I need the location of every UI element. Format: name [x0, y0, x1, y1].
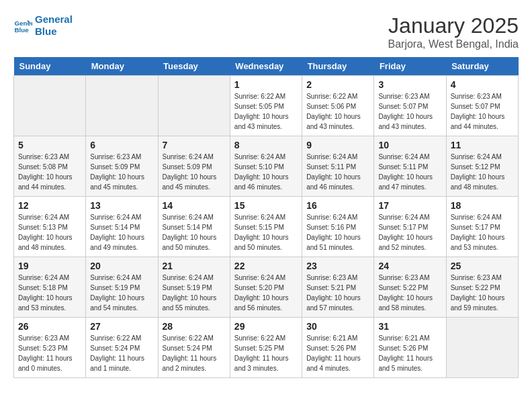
calendar-cell: 7Sunrise: 6:24 AM Sunset: 5:09 PM Daylig… — [158, 136, 230, 197]
calendar-cell: 9Sunrise: 6:24 AM Sunset: 5:11 PM Daylig… — [302, 136, 374, 197]
day-info: Sunrise: 6:23 AM Sunset: 5:07 PM Dayligh… — [378, 91, 441, 132]
logo-icon: General Blue — [13, 16, 32, 35]
day-number: 6 — [90, 140, 153, 150]
svg-text:Blue: Blue — [14, 26, 29, 34]
calendar-cell: 1Sunrise: 6:22 AM Sunset: 5:05 PM Daylig… — [230, 76, 302, 136]
day-number: 30 — [306, 321, 369, 332]
day-number: 20 — [90, 261, 153, 271]
calendar-header-row: SundayMondayTuesdayWednesdayThursdayFrid… — [14, 57, 519, 76]
day-info: Sunrise: 6:24 AM Sunset: 5:15 PM Dayligh… — [234, 212, 298, 253]
calendar-title: January 2025 — [388, 13, 519, 38]
day-number: 3 — [378, 79, 441, 90]
day-info: Sunrise: 6:24 AM Sunset: 5:12 PM Dayligh… — [451, 152, 514, 192]
day-info: Sunrise: 6:24 AM Sunset: 5:19 PM Dayligh… — [90, 273, 153, 313]
day-info: Sunrise: 6:24 AM Sunset: 5:17 PM Dayligh… — [378, 212, 441, 253]
day-number: 1 — [234, 79, 298, 90]
day-number: 16 — [306, 200, 369, 211]
calendar-cell: 19Sunrise: 6:24 AM Sunset: 5:18 PM Dayli… — [14, 257, 86, 318]
weekday-header-saturday: Saturday — [446, 57, 518, 76]
day-info: Sunrise: 6:22 AM Sunset: 5:05 PM Dayligh… — [234, 91, 298, 132]
day-info: Sunrise: 6:23 AM Sunset: 5:07 PM Dayligh… — [451, 91, 514, 132]
day-number: 17 — [378, 200, 441, 211]
day-number: 8 — [234, 140, 298, 150]
calendar-cell: 13Sunrise: 6:24 AM Sunset: 5:14 PM Dayli… — [86, 197, 158, 257]
calendar-cell: 5Sunrise: 6:23 AM Sunset: 5:08 PM Daylig… — [14, 136, 86, 197]
day-number: 27 — [90, 321, 153, 332]
day-info: Sunrise: 6:23 AM Sunset: 5:21 PM Dayligh… — [306, 273, 369, 313]
day-info: Sunrise: 6:23 AM Sunset: 5:22 PM Dayligh… — [378, 273, 441, 313]
title-area: January 2025 Barjora, West Bengal, India — [388, 13, 519, 50]
day-info: Sunrise: 6:24 AM Sunset: 5:09 PM Dayligh… — [163, 152, 226, 192]
day-number: 26 — [18, 321, 81, 332]
day-number: 28 — [163, 321, 226, 332]
logo-text-line2: Blue — [35, 26, 73, 38]
day-info: Sunrise: 6:22 AM Sunset: 5:06 PM Dayligh… — [306, 91, 369, 132]
day-info: Sunrise: 6:23 AM Sunset: 5:08 PM Dayligh… — [18, 152, 81, 192]
day-number: 25 — [451, 261, 514, 271]
calendar-cell: 2Sunrise: 6:22 AM Sunset: 5:06 PM Daylig… — [302, 76, 374, 136]
day-info: Sunrise: 6:21 AM Sunset: 5:26 PM Dayligh… — [378, 333, 441, 373]
day-info: Sunrise: 6:23 AM Sunset: 5:09 PM Dayligh… — [90, 152, 153, 192]
calendar-cell: 4Sunrise: 6:23 AM Sunset: 5:07 PM Daylig… — [446, 76, 518, 136]
calendar-cell: 26Sunrise: 6:23 AM Sunset: 5:23 PM Dayli… — [14, 318, 86, 378]
day-number: 15 — [234, 200, 298, 211]
day-info: Sunrise: 6:22 AM Sunset: 5:25 PM Dayligh… — [234, 333, 298, 373]
day-number: 7 — [163, 140, 226, 150]
day-info: Sunrise: 6:22 AM Sunset: 5:24 PM Dayligh… — [163, 333, 226, 373]
calendar-cell: 29Sunrise: 6:22 AM Sunset: 5:25 PM Dayli… — [230, 318, 302, 378]
calendar-week-row: 26Sunrise: 6:23 AM Sunset: 5:23 PM Dayli… — [14, 318, 519, 378]
day-info: Sunrise: 6:24 AM Sunset: 5:14 PM Dayligh… — [90, 212, 153, 253]
day-number: 13 — [90, 200, 153, 211]
weekday-header-thursday: Thursday — [302, 57, 374, 76]
calendar-week-row: 1Sunrise: 6:22 AM Sunset: 5:05 PM Daylig… — [14, 76, 519, 136]
day-info: Sunrise: 6:24 AM Sunset: 5:10 PM Dayligh… — [234, 152, 298, 192]
day-info: Sunrise: 6:24 AM Sunset: 5:13 PM Dayligh… — [18, 212, 81, 253]
logo: General Blue General Blue — [13, 13, 73, 38]
weekday-header-monday: Monday — [86, 57, 158, 76]
calendar-cell: 10Sunrise: 6:24 AM Sunset: 5:11 PM Dayli… — [374, 136, 446, 197]
calendar-cell: 23Sunrise: 6:23 AM Sunset: 5:21 PM Dayli… — [302, 257, 374, 318]
calendar-cell: 25Sunrise: 6:23 AM Sunset: 5:22 PM Dayli… — [446, 257, 518, 318]
weekday-header-tuesday: Tuesday — [158, 57, 230, 76]
calendar-cell: 20Sunrise: 6:24 AM Sunset: 5:19 PM Dayli… — [86, 257, 158, 318]
calendar-cell: 17Sunrise: 6:24 AM Sunset: 5:17 PM Dayli… — [374, 197, 446, 257]
day-info: Sunrise: 6:24 AM Sunset: 5:17 PM Dayligh… — [451, 212, 514, 253]
weekday-header-sunday: Sunday — [14, 57, 86, 76]
calendar-cell: 30Sunrise: 6:21 AM Sunset: 5:26 PM Dayli… — [302, 318, 374, 378]
calendar-subtitle: Barjora, West Bengal, India — [388, 38, 519, 50]
calendar-week-row: 19Sunrise: 6:24 AM Sunset: 5:18 PM Dayli… — [14, 257, 519, 318]
day-info: Sunrise: 6:23 AM Sunset: 5:23 PM Dayligh… — [18, 333, 81, 373]
day-number: 21 — [163, 261, 226, 271]
day-number: 22 — [234, 261, 298, 271]
calendar-cell: 11Sunrise: 6:24 AM Sunset: 5:12 PM Dayli… — [446, 136, 518, 197]
day-number: 11 — [451, 140, 514, 150]
calendar-cell: 3Sunrise: 6:23 AM Sunset: 5:07 PM Daylig… — [374, 76, 446, 136]
day-info: Sunrise: 6:24 AM Sunset: 5:11 PM Dayligh… — [306, 152, 369, 192]
calendar-cell: 18Sunrise: 6:24 AM Sunset: 5:17 PM Dayli… — [446, 197, 518, 257]
day-info: Sunrise: 6:22 AM Sunset: 5:24 PM Dayligh… — [90, 333, 153, 373]
day-info: Sunrise: 6:24 AM Sunset: 5:18 PM Dayligh… — [18, 273, 81, 313]
calendar-week-row: 12Sunrise: 6:24 AM Sunset: 5:13 PM Dayli… — [14, 197, 519, 257]
day-number: 31 — [378, 321, 441, 332]
day-number: 18 — [451, 200, 514, 211]
calendar-table: SundayMondayTuesdayWednesdayThursdayFrid… — [13, 57, 519, 378]
page-header: General Blue General Blue January 2025 B… — [13, 13, 519, 50]
calendar-cell: 12Sunrise: 6:24 AM Sunset: 5:13 PM Dayli… — [14, 197, 86, 257]
calendar-cell — [158, 76, 230, 136]
calendar-cell: 14Sunrise: 6:24 AM Sunset: 5:14 PM Dayli… — [158, 197, 230, 257]
calendar-cell — [86, 76, 158, 136]
day-number: 2 — [306, 79, 369, 90]
day-info: Sunrise: 6:24 AM Sunset: 5:11 PM Dayligh… — [378, 152, 441, 192]
weekday-header-wednesday: Wednesday — [230, 57, 302, 76]
day-info: Sunrise: 6:21 AM Sunset: 5:26 PM Dayligh… — [306, 333, 369, 373]
day-number: 24 — [378, 261, 441, 271]
calendar-cell: 15Sunrise: 6:24 AM Sunset: 5:15 PM Dayli… — [230, 197, 302, 257]
day-number: 14 — [163, 200, 226, 211]
day-info: Sunrise: 6:24 AM Sunset: 5:20 PM Dayligh… — [234, 273, 298, 313]
day-info: Sunrise: 6:23 AM Sunset: 5:22 PM Dayligh… — [451, 273, 514, 313]
calendar-cell: 22Sunrise: 6:24 AM Sunset: 5:20 PM Dayli… — [230, 257, 302, 318]
logo-text-line1: General — [35, 13, 73, 26]
calendar-cell: 28Sunrise: 6:22 AM Sunset: 5:24 PM Dayli… — [158, 318, 230, 378]
day-number: 4 — [451, 79, 514, 90]
day-number: 10 — [378, 140, 441, 150]
